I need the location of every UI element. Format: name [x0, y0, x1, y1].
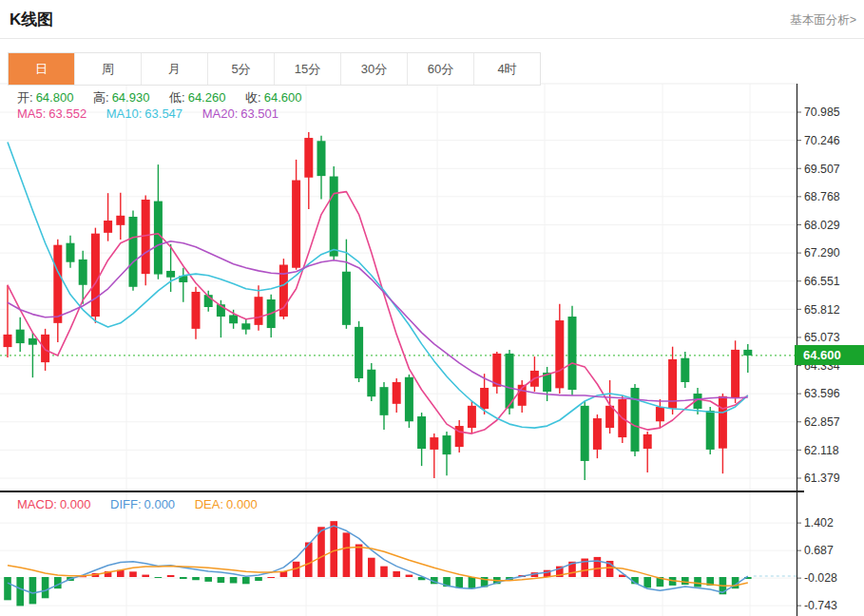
fundamental-analysis-link[interactable]: 基本面分析> — [790, 12, 856, 29]
close-value: 64.600 — [264, 90, 302, 105]
svg-text:65.812: 65.812 — [804, 303, 840, 317]
svg-text:70.985: 70.985 — [804, 106, 840, 119]
ma10-value: 63.547 — [144, 106, 182, 121]
svg-text:62.118: 62.118 — [804, 444, 839, 457]
header-divider — [0, 38, 864, 39]
svg-text:63.596: 63.596 — [804, 387, 840, 400]
ma5-label: MA5: — [17, 106, 46, 121]
ma20-label: MA20: — [202, 106, 239, 121]
dea-label: DEA: — [195, 497, 223, 511]
tab-5分[interactable]: 5分 — [208, 53, 275, 85]
dea-value: 0.000 — [226, 497, 258, 511]
tab-15分[interactable]: 15分 — [275, 53, 341, 85]
svg-text:-0.743: -0.743 — [804, 599, 837, 612]
ma10-label: MA10: — [106, 106, 143, 121]
open-value: 64.800 — [36, 90, 74, 105]
tab-周[interactable]: 周 — [75, 53, 142, 85]
low-value: 64.260 — [188, 90, 226, 105]
svg-text:67.290: 67.290 — [804, 246, 840, 260]
ohlc-legend: 开:64.800 高:64.930 低:64.260 收:64.600 — [17, 89, 304, 106]
tab-60分[interactable]: 60分 — [408, 53, 474, 85]
macd-value: 0.000 — [60, 497, 91, 511]
svg-text:68.768: 68.768 — [804, 190, 840, 203]
period-tabbar: 日周月5分15分30分60分4时 — [8, 52, 541, 86]
high-value: 64.930 — [112, 90, 150, 105]
close-label: 收: — [245, 90, 261, 105]
svg-text:68.029: 68.029 — [804, 219, 840, 232]
open-label: 开: — [17, 90, 33, 105]
svg-text:69.507: 69.507 — [804, 163, 840, 176]
svg-text:65.073: 65.073 — [804, 331, 840, 344]
macd-label: MACD: — [17, 497, 57, 511]
tab-月[interactable]: 月 — [142, 53, 208, 85]
macd-legend: MACD:0.000 DIFF:0.000 DEA:0.000 — [17, 497, 260, 511]
svg-text:0.687: 0.687 — [804, 544, 834, 557]
svg-text:70.246: 70.246 — [804, 134, 840, 147]
svg-text:66.551: 66.551 — [804, 275, 840, 288]
ma-legend: MA5:63.552 MA10:63.547 MA20:63.501 — [17, 106, 281, 121]
high-label: 高: — [93, 90, 109, 105]
svg-text:61.379: 61.379 — [804, 472, 840, 485]
ma20-value: 63.501 — [240, 106, 278, 121]
diff-label: DIFF: — [110, 497, 142, 511]
tab-日[interactable]: 日 — [9, 53, 75, 85]
last-price-tag: 64.600 — [795, 345, 864, 365]
tab-4时[interactable]: 4时 — [474, 53, 540, 85]
ma5-value: 63.552 — [48, 106, 86, 121]
page-title: K线图 — [10, 9, 53, 30]
svg-text:62.857: 62.857 — [804, 415, 840, 429]
diff-value: 0.000 — [144, 497, 176, 511]
svg-text:-0.028: -0.028 — [804, 571, 837, 585]
svg-text:1.402: 1.402 — [804, 516, 834, 529]
low-label: 低: — [169, 90, 185, 105]
tab-30分[interactable]: 30分 — [341, 53, 408, 85]
